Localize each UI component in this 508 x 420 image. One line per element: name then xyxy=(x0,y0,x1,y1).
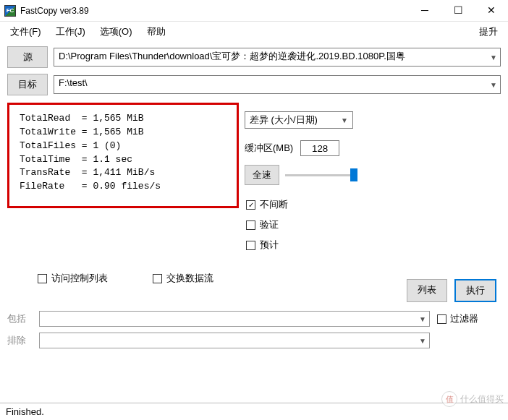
fullspeed-button[interactable]: 全速 xyxy=(245,165,279,185)
nonstop-checkbox[interactable] xyxy=(246,200,255,210)
acl-label: 访问控制列表 xyxy=(51,272,108,285)
ads-label: 交换数据流 xyxy=(166,272,213,285)
buffer-input[interactable] xyxy=(300,140,339,156)
verify-checkbox[interactable] xyxy=(246,220,255,230)
dest-button[interactable]: 目标 xyxy=(7,74,48,95)
app-icon: FC xyxy=(4,5,16,17)
window-title: FastCopy ver3.89 xyxy=(20,6,408,16)
menu-options[interactable]: 选项(O) xyxy=(93,22,140,41)
source-button[interactable]: 源 xyxy=(7,46,48,68)
dest-path-input[interactable]: F:\test\ ▼ xyxy=(54,75,501,94)
estimate-label: 预计 xyxy=(260,239,279,252)
source-path-input[interactable]: D:\Program Files\Thunder\download\宝可梦：超梦… xyxy=(54,48,501,67)
menu-upgrade[interactable]: 提升 xyxy=(472,22,505,41)
verify-label: 验证 xyxy=(260,218,279,231)
exclude-label: 排除 xyxy=(7,334,32,347)
watermark-text: 什么值得买 xyxy=(460,393,504,406)
source-path-text: D:\Program Files\Thunder\download\宝可梦：超梦… xyxy=(59,51,405,61)
ads-checkbox[interactable] xyxy=(153,274,162,283)
copy-mode-select[interactable]: 差异 (大小/日期) ▼ xyxy=(245,111,353,129)
exclude-input[interactable]: ▼ xyxy=(39,333,430,348)
menubar: 文件(F) 工作(J) 选项(O) 帮助 提升 xyxy=(0,22,508,42)
chevron-down-icon: ▼ xyxy=(341,116,348,124)
chevron-down-icon: ▼ xyxy=(419,315,426,323)
dest-path-text: F:\test\ xyxy=(59,77,88,88)
estimate-checkbox[interactable] xyxy=(246,241,255,250)
titlebar: FC FastCopy ver3.89 ─ ☐ ✕ xyxy=(0,0,508,22)
filter-checkbox[interactable] xyxy=(437,314,446,324)
include-label: 包括 xyxy=(7,312,32,325)
copy-mode-label: 差异 (大小/日期) xyxy=(250,113,318,127)
filter-label: 过滤器 xyxy=(450,312,478,325)
buffer-label: 缓冲区(MB) xyxy=(245,142,293,155)
status-bar: Finished. xyxy=(0,403,508,420)
acl-checkbox[interactable] xyxy=(38,274,47,283)
list-button[interactable]: 列表 xyxy=(407,279,447,302)
menu-file[interactable]: 文件(F) xyxy=(3,22,48,41)
chevron-down-icon: ▼ xyxy=(490,53,497,61)
speed-slider[interactable] xyxy=(285,168,357,181)
execute-button[interactable]: 执行 xyxy=(454,279,496,302)
watermark: 值 什么值得买 xyxy=(441,391,504,407)
minimize-button[interactable]: ─ xyxy=(408,0,441,22)
nonstop-label: 不间断 xyxy=(260,198,288,211)
chevron-down-icon: ▼ xyxy=(490,81,497,89)
watermark-icon: 值 xyxy=(441,391,457,407)
maximize-button[interactable]: ☐ xyxy=(441,0,475,22)
chevron-down-icon: ▼ xyxy=(419,337,426,345)
menu-help[interactable]: 帮助 xyxy=(140,22,173,41)
include-input[interactable]: ▼ xyxy=(39,311,430,327)
stats-output: TotalRead = 1,565 MiB TotalWrite = 1,565… xyxy=(7,103,239,208)
close-button[interactable]: ✕ xyxy=(475,0,508,22)
menu-work[interactable]: 工作(J) xyxy=(48,22,93,41)
